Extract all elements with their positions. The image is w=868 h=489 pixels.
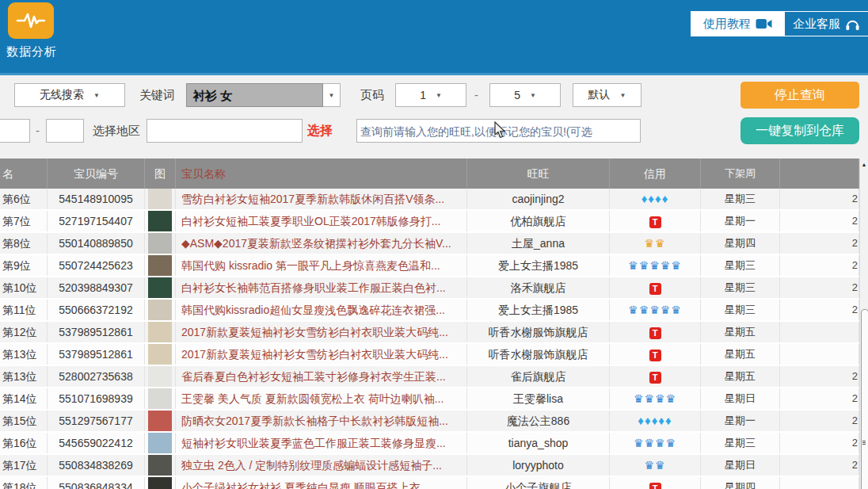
rank-cell: 第7位 [0, 211, 48, 231]
sort-select[interactable]: 默认 ▼ [573, 83, 641, 107]
credit-cell: ♛♛♛♛ [610, 388, 701, 409]
crown-icon: ♛ [655, 392, 666, 405]
wangwang-input[interactable]: 查询前请输入您的旺旺,以便标记您的宝贝!(可选 [356, 119, 641, 143]
diamond-icon: ♦ [645, 414, 652, 427]
table-row[interactable]: 第16位 545659022412 短袖衬衫女职业装夏季蓝色工作服正装工装修身显… [0, 433, 859, 455]
extra-cell: 2 [780, 366, 859, 387]
table-row[interactable]: 第11位 550666372192 韩国代购kissradio超仙女显瘦浅色飘逸… [0, 300, 859, 322]
header-day: 下架周 [701, 159, 780, 189]
day-cell: 星期四 [701, 233, 780, 254]
product-name-cell: 雪纺白衬衫女短袖2017夏季新款韩版休闲百搭V领条... [176, 189, 467, 209]
table-row[interactable]: 第6位 545148910095 雪纺白衬衫女短袖2017夏季新款韩版休闲百搭V… [0, 189, 859, 211]
page-from-select[interactable]: 1 ▼ [395, 83, 466, 107]
product-thumbnail [148, 277, 172, 298]
region-select-button[interactable]: 选择 [307, 118, 333, 143]
support-button[interactable]: 企业客服 [784, 12, 868, 36]
table-body: 第6位 545148910095 雪纺白衬衫女短袖2017夏季新款韩版休闲百搭V… [0, 189, 859, 489]
tmall-badge-icon: T [649, 283, 661, 295]
table-row[interactable]: 第7位 527197154407 白衬衫女短袖工装夏季职业OL正装2017韩版修… [0, 211, 859, 233]
scrollbar-thumb[interactable] [861, 309, 868, 489]
stop-query-button[interactable]: 停止查询 [740, 82, 859, 109]
pulse-icon [15, 9, 47, 32]
tutorial-label: 使用教程 [703, 17, 751, 32]
tmall-badge-icon: T [649, 216, 661, 228]
product-name-cell: 雀后春夏白色衬衫女短袖工装寸衫修身衬衣学生正装... [176, 366, 467, 387]
table-row[interactable]: 第15位 551297567177 防晒衣女2017夏季新款长袖格子中长款衬衫韩… [0, 411, 859, 433]
seller-cell: 洛禾旗舰店 [467, 277, 610, 298]
header-image: 图 [145, 159, 176, 189]
search-type-select[interactable]: 无线搜索 ▼ [14, 83, 125, 107]
tutorial-button[interactable]: 使用教程 [691, 12, 784, 36]
table-row[interactable]: 第17位 550834838269 独立虫 2色入 / 定制特别纹理质感蝙蝠设计… [0, 455, 859, 477]
thumbnail-cell [145, 189, 176, 209]
sort-value: 默认 [588, 88, 611, 102]
seller-cell: 魔法公主886 [467, 411, 610, 431]
scroll-up-icon[interactable]: ▲ [860, 159, 868, 170]
table-row[interactable]: 第10位 520398849307 白衬衫女长袖韩范百搭修身职业装工作服正装白色… [0, 277, 859, 300]
range-min-input[interactable] [0, 119, 30, 143]
diamond-icon: ♦ [658, 414, 665, 427]
tmall-badge-icon: T [649, 483, 661, 489]
copy-to-warehouse-button[interactable]: 一键复制到仓库 [740, 117, 859, 144]
crown-icon: ♛ [661, 304, 672, 316]
page-to-select[interactable]: 5 ▼ [489, 83, 561, 107]
product-thumbnail [148, 388, 172, 409]
region-input[interactable] [147, 119, 303, 143]
rank-cell: 第13位 [0, 344, 48, 365]
credit-cell: ♛♛♛♛ [610, 433, 701, 453]
rank-cell: 第14位 [0, 388, 48, 409]
support-label: 企业客服 [793, 17, 840, 32]
seller-cell: 优柏旗舰店 [467, 211, 610, 231]
keyword-value[interactable]: 衬衫 女 [186, 83, 323, 107]
crown-icon: ♛ [634, 437, 645, 449]
page-from-value: 1 [420, 89, 426, 101]
credit-cell: ♦♦♦♦ [610, 189, 701, 209]
crown-icon: ♛ [644, 437, 655, 449]
item-id-cell: 545148910095 [48, 189, 145, 209]
range-max-input[interactable] [46, 119, 84, 143]
diamond-icon: ♦ [655, 192, 662, 205]
product-thumbnail [148, 477, 172, 489]
chevron-down-icon[interactable]: ▼ [323, 83, 341, 107]
query-toolbar: 无线搜索 ▼ 关键词 衬衫 女 ▼ 页码 1 ▼ - 5 ▼ 默认 ▼ 停止查询… [0, 75, 868, 159]
thumbnail-cell [145, 455, 176, 476]
product-thumbnail [148, 255, 172, 276]
table-row[interactable]: 第13位 528002735638 雀后春夏白色衬衫女短袖工装寸衫修身衬衣学生正… [0, 366, 859, 388]
credit-cell: ♛♛♛♛♛ [610, 255, 701, 276]
extra-cell: 2 [780, 233, 859, 254]
page-to-value: 5 [514, 89, 520, 101]
item-id-cell: 550836848334 [48, 477, 145, 489]
thumbnail-cell [145, 211, 176, 231]
topbar-actions: 使用教程 企业客服 [691, 11, 868, 36]
product-name-cell: ◆ASM◆2017夏装新款竖条纹裙摆衬衫外套九分长袖V... [176, 233, 467, 254]
keyword-combobox[interactable]: 衬衫 女 ▼ [186, 83, 341, 107]
vertical-scrollbar[interactable]: ▲ [859, 159, 868, 489]
region-label: 选择地区 [93, 119, 140, 143]
video-icon [756, 17, 772, 30]
extra-cell: 2 [780, 433, 859, 453]
rank-cell: 第13位 [0, 366, 48, 387]
table-row[interactable]: 第14位 551071698939 王雯馨 美人气质 夏新款圆领宽松上衣 荷叶边… [0, 388, 859, 411]
table-row[interactable]: 第9位 550724425623 韩国代购 kissradio 第一眼平凡上身惊… [0, 255, 859, 277]
table-row[interactable]: 第13位 537989512861 2017新款夏装短袖衬衫女雪纺衫白衬衣职业装… [0, 344, 859, 366]
table-row[interactable]: 第18位 550836848334 小个子绿衬衫女衬衫 夏季纯白显瘦 顺眼百搭上… [0, 477, 859, 489]
credit-cell: ♛♛ [610, 233, 701, 254]
credit-cell: ♦♦♦♦♦ [610, 411, 701, 431]
item-id-cell: 537989512861 [48, 322, 145, 342]
thumbnail-cell [145, 233, 176, 254]
header-name: 宝贝名称 [176, 159, 467, 189]
thumbnail-cell [145, 277, 176, 298]
extra-cell: 2 [780, 388, 859, 409]
table-row[interactable]: 第12位 537989512861 2017新款夏装短袖衬衫女雪纺衫白衬衣职业装… [0, 322, 859, 344]
app-title: 数据分析 [6, 44, 57, 59]
product-thumbnail [148, 433, 172, 453]
table-row[interactable]: 第8位 550140889850 ◆ASM◆2017夏装新款竖条纹裙摆衬衫外套九… [0, 233, 859, 255]
extra-cell: 2 [780, 211, 859, 231]
item-id-cell: 551071698939 [48, 388, 145, 409]
seller-cell: 听香水榭服饰旗舰店 [467, 344, 610, 365]
top-bar: 数据分析 使用教程 企业客服 [0, 0, 868, 75]
results-table: 名 宝贝编号 图 宝贝名称 旺旺 信用 下架周 第6位 545148910095… [0, 159, 859, 489]
crown-icon: ♛ [649, 304, 661, 316]
product-thumbnail [148, 455, 172, 476]
thumbnail-cell [145, 366, 176, 387]
